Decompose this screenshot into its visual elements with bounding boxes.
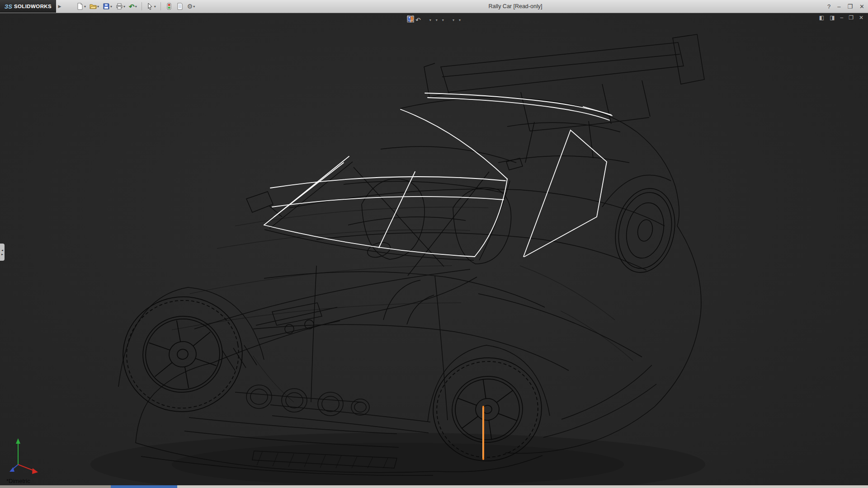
options-gear-icon: ⚙ (187, 3, 193, 9)
previous-view-button[interactable]: ↶ (415, 15, 422, 25)
menu-expand-icon[interactable]: ▶ (56, 1, 63, 11)
save-button[interactable]: ▾ (101, 1, 113, 12)
3d-viewport[interactable]: ↶ ▾ ▾ ▾ (0, 13, 868, 485)
app-restore-button[interactable]: ❐ (847, 3, 853, 10)
section-view-button[interactable] (424, 15, 426, 25)
apply-scene-button[interactable] (447, 15, 449, 25)
chevron-down-icon[interactable]: ▾ (97, 5, 99, 9)
brand-name: SOLIDWORKS (14, 4, 52, 9)
heads-up-view-toolbar: ↶ ▾ ▾ ▾ (406, 15, 462, 25)
toolbar-separator (160, 2, 161, 10)
view-orientation-label: *Dimetric (6, 478, 30, 484)
undo-button[interactable]: ↶ ▾ (127, 1, 138, 12)
show-right-pane-icon[interactable]: ◨ (830, 14, 835, 21)
ground-shadow-core (172, 443, 624, 485)
app-minimize-button[interactable]: – (837, 3, 840, 10)
chevron-down-icon[interactable]: ▾ (436, 18, 438, 22)
help-button[interactable]: ? (827, 3, 830, 10)
chevron-down-icon[interactable]: ▾ (193, 5, 195, 9)
show-left-pane-icon[interactable]: ◧ (819, 14, 824, 21)
car-body-wireframe (118, 34, 704, 475)
x-axis-arrow (32, 468, 38, 474)
window-controls: ? – ❐ ✕ (827, 0, 864, 13)
status-bar-accent-segment (111, 485, 177, 488)
splitter-right-icon: ▸ (1, 253, 3, 256)
front-left-wheel (114, 287, 251, 421)
highlighted-sketch-lines[interactable] (264, 93, 612, 257)
title-bar: ЗS SOLIDWORKS ▶ ▾ ▾ ▾ (0, 0, 868, 13)
hide-show-items-button[interactable]: ▾ (441, 15, 445, 25)
print-icon (116, 3, 123, 10)
view-orientation-button[interactable]: ▾ (428, 15, 432, 25)
save-floppy-icon (103, 3, 110, 10)
chevron-down-icon[interactable]: ▾ (429, 18, 431, 22)
rebuild-button[interactable] (164, 1, 174, 12)
rally-car-wireframe-model[interactable] (0, 13, 868, 485)
new-document-icon (76, 3, 84, 10)
display-style-button[interactable]: ▾ (434, 15, 439, 25)
document-title: Rally Car [Read-only] (163, 0, 868, 13)
previous-view-icon: ↶ (415, 17, 421, 23)
chevron-down-icon[interactable]: ▾ (84, 5, 86, 9)
doc-minimize-button[interactable]: – (840, 14, 843, 21)
file-properties-button[interactable] (175, 1, 185, 12)
main-toolbar: ▾ ▾ ▾ ▾ ↶ ▾ (75, 1, 196, 12)
document-window-controls: ◧ ◨ – ❐ ✕ (819, 14, 863, 21)
car-construction-lines (172, 207, 633, 402)
status-bar-segment (0, 485, 111, 488)
chevron-down-icon[interactable]: ▾ (459, 18, 461, 22)
featuremanager-splitter-tab[interactable]: ◂ ▸ (0, 244, 5, 261)
edit-appearance-button[interactable]: ▾ (451, 15, 455, 25)
print-button[interactable]: ▾ (114, 1, 127, 12)
open-button[interactable]: ▾ (88, 1, 100, 12)
new-document-button[interactable]: ▾ (75, 1, 87, 12)
rebuild-stoplight-icon (165, 3, 173, 10)
select-button[interactable]: ▾ (145, 1, 157, 12)
undo-icon: ↶ (129, 3, 135, 10)
open-folder-icon (90, 3, 97, 10)
3ds-logo-icon: ЗS (5, 3, 12, 10)
selected-edge-highlight[interactable] (483, 407, 483, 459)
doc-close-button[interactable]: ✕ (859, 14, 863, 21)
chevron-down-icon[interactable]: ▾ (110, 5, 112, 9)
view-settings-icon (406, 15, 415, 23)
splitter-left-icon: ◂ (1, 249, 3, 252)
chevron-down-icon[interactable]: ▾ (123, 5, 125, 9)
file-properties-icon (176, 3, 184, 10)
chevron-down-icon[interactable]: ▾ (135, 5, 137, 9)
doc-restore-button[interactable]: ❐ (849, 14, 854, 21)
reference-triad (9, 438, 38, 474)
chevron-down-icon[interactable]: ▾ (442, 18, 444, 22)
chevron-down-icon[interactable]: ▾ (453, 18, 454, 22)
toolbar-separator (142, 2, 142, 10)
select-cursor-icon (146, 3, 154, 10)
rear-right-wheel (608, 183, 682, 278)
solidworks-brand: ЗS SOLIDWORKS (0, 0, 56, 13)
options-button[interactable]: ⚙ ▾ (186, 1, 197, 12)
status-bar (0, 485, 868, 488)
view-settings-button[interactable]: ▾ (458, 15, 462, 25)
chevron-down-icon[interactable]: ▾ (154, 5, 156, 9)
app-close-button[interactable]: ✕ (859, 3, 864, 10)
y-axis-arrow (16, 438, 20, 444)
